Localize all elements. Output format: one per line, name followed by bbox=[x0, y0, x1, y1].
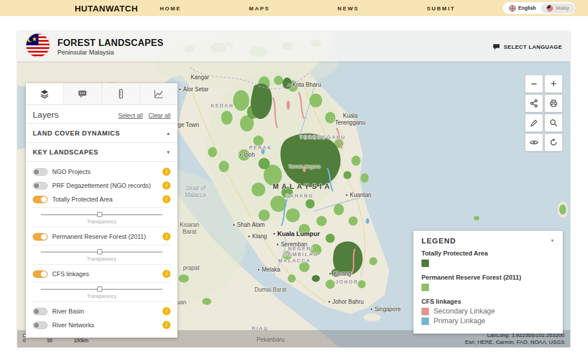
page-subtitle: Peninsular Malaysia bbox=[57, 49, 164, 56]
nav-item-home[interactable]: HOME bbox=[160, 5, 181, 11]
zoom-out-button[interactable]: − bbox=[525, 75, 543, 93]
layer-label: Permanent Reserve Forest (2011) bbox=[52, 233, 158, 240]
nav-item-news[interactable]: NEWS bbox=[338, 5, 359, 11]
info-icon[interactable]: i bbox=[163, 233, 171, 241]
map-controls: − + bbox=[525, 75, 563, 152]
layers-panel: Layers Select all Clear all LAND COVER D… bbox=[26, 83, 177, 338]
transparency-slider[interactable]: Transparency bbox=[33, 282, 171, 302]
layer-toggle[interactable] bbox=[33, 322, 48, 329]
draw-button[interactable] bbox=[525, 114, 543, 132]
ruler-icon bbox=[116, 89, 126, 99]
layer-row: CFS linkagesi bbox=[33, 267, 171, 281]
section-land-cover-dynamics[interactable]: LAND COVER DYNAMICS ▲ bbox=[26, 123, 177, 142]
speech-bubble-icon bbox=[493, 44, 500, 50]
legend-title: LEGEND bbox=[421, 237, 456, 245]
layer-toggle[interactable] bbox=[33, 196, 48, 203]
nav-item-maps[interactable]: MAPS bbox=[249, 5, 270, 11]
panel-tabs bbox=[26, 83, 177, 105]
select-all-link[interactable]: Select all bbox=[118, 112, 143, 119]
layer-rows: NGO ProjectsiPRF Degazettement (NGO reco… bbox=[26, 161, 177, 338]
slider-handle[interactable] bbox=[97, 286, 102, 292]
legend-swatch bbox=[421, 284, 429, 291]
layers-icon bbox=[40, 89, 49, 99]
layer-label: PRF Degazettement (NGO records) bbox=[52, 182, 158, 189]
info-icon[interactable]: i bbox=[163, 168, 171, 176]
map-titles: FOREST LANDSCAPES Peninsular Malaysia bbox=[57, 38, 164, 56]
minus-icon: − bbox=[531, 79, 537, 89]
nav-items: HOMEMAPSNEWSSUBMIT bbox=[160, 5, 455, 11]
pencil-icon bbox=[529, 118, 539, 127]
layer-toggle[interactable] bbox=[33, 270, 48, 278]
legend-items: Totally Protected AreaPermanent Reserve … bbox=[421, 250, 555, 325]
eye-icon bbox=[529, 138, 539, 147]
map-attribution: Lat/Long: 3.922355/102.253200 Esri, HERE… bbox=[465, 332, 564, 346]
select-language-button[interactable]: SELECT LANGUAGE bbox=[493, 44, 562, 50]
section-key-landscapes[interactable]: KEY LANDSCAPES ▼ bbox=[26, 142, 177, 161]
share-icon bbox=[529, 99, 539, 108]
attribution-text: Esri, HERE, Garmin, FAO, NOAA, USGS bbox=[465, 339, 564, 346]
legend-item: CFS linkagesSecondary LinkagePrimary Lin… bbox=[421, 298, 555, 325]
page: HUTANWATCH HOMEMAPSNEWSSUBMIT English bbox=[0, 0, 588, 364]
transparency-slider[interactable]: Transparency bbox=[33, 245, 171, 265]
info-icon[interactable]: i bbox=[163, 195, 171, 203]
language-switch: English Malay bbox=[502, 2, 575, 14]
legend-header[interactable]: LEGEND ▼ bbox=[421, 237, 555, 245]
refresh-icon bbox=[549, 138, 558, 147]
clear-all-link[interactable]: Clear all bbox=[148, 112, 171, 119]
plus-icon: + bbox=[551, 79, 557, 89]
layer-label: Totally Protected Area bbox=[52, 196, 158, 203]
language-english-button[interactable]: English bbox=[504, 3, 541, 13]
legend-swatch bbox=[421, 317, 429, 325]
layer-label: River Networks bbox=[52, 322, 158, 328]
expand-icon: ▼ bbox=[166, 150, 171, 155]
slider-handle[interactable] bbox=[97, 249, 102, 254]
zoom-in-button[interactable]: + bbox=[544, 75, 563, 93]
layer-row: River Basini bbox=[33, 304, 171, 318]
language-malay-button[interactable]: Malay bbox=[541, 3, 574, 13]
slider-handle[interactable] bbox=[97, 212, 102, 217]
legend-swatch bbox=[421, 308, 429, 315]
comments-icon bbox=[78, 89, 87, 99]
layer-label: River Basin bbox=[52, 308, 158, 315]
tab-comments[interactable] bbox=[64, 83, 102, 104]
legend-panel: LEGEND ▼ Totally Protected AreaPermanent… bbox=[413, 231, 563, 334]
page-title: FOREST LANDSCAPES bbox=[57, 38, 164, 48]
layer-row: NGO Projectsi bbox=[33, 165, 171, 179]
legend-item: Totally Protected Area bbox=[421, 250, 555, 269]
transparency-slider[interactable]: Transparency bbox=[33, 207, 171, 227]
tab-chart[interactable] bbox=[140, 83, 177, 104]
show-hide-button[interactable] bbox=[525, 133, 543, 152]
line-chart-icon bbox=[154, 89, 164, 99]
nav-item-submit[interactable]: SUBMIT bbox=[427, 5, 455, 11]
malaysia-flag-icon bbox=[546, 5, 554, 12]
layer-toggle[interactable] bbox=[33, 233, 48, 241]
print-button[interactable] bbox=[544, 94, 563, 113]
refresh-button[interactable] bbox=[544, 133, 563, 152]
layer-row: Permanent Reserve Forest (2011)i bbox=[33, 230, 171, 243]
tab-measure[interactable] bbox=[102, 83, 140, 104]
info-icon[interactable]: i bbox=[163, 270, 171, 278]
layer-row: PRF Degazettement (NGO records)i bbox=[33, 179, 171, 192]
map-container: Hat YaiKangarAlor SetarKEDAHKota BharuKu… bbox=[17, 32, 570, 347]
layer-toggle[interactable] bbox=[33, 182, 48, 189]
layer-label: NGO Projects bbox=[52, 168, 158, 175]
print-icon bbox=[549, 99, 558, 108]
layer-toggle[interactable] bbox=[33, 308, 48, 315]
share-button[interactable] bbox=[525, 94, 543, 113]
map-header: FOREST LANDSCAPES Peninsular Malaysia SE… bbox=[17, 32, 570, 61]
panel-title: Layers bbox=[33, 110, 118, 119]
brand-logo[interactable]: HUTANWATCH bbox=[75, 3, 138, 13]
layer-toggle[interactable] bbox=[33, 168, 48, 176]
search-button[interactable] bbox=[544, 114, 563, 132]
info-icon[interactable]: i bbox=[163, 321, 171, 329]
legend-swatch bbox=[421, 260, 429, 267]
panel-head: Layers Select all Clear all bbox=[26, 105, 177, 123]
info-icon[interactable]: i bbox=[163, 307, 171, 315]
tab-layers[interactable] bbox=[26, 83, 64, 104]
layer-row: Totally Protected Areai bbox=[33, 192, 171, 206]
info-icon[interactable]: i bbox=[163, 181, 171, 189]
uk-flag-icon bbox=[509, 5, 516, 12]
layer-row: River Networksi bbox=[33, 318, 171, 332]
top-navbar: HUTANWATCH HOMEMAPSNEWSSUBMIT English bbox=[0, 0, 588, 16]
search-icon bbox=[549, 118, 558, 127]
